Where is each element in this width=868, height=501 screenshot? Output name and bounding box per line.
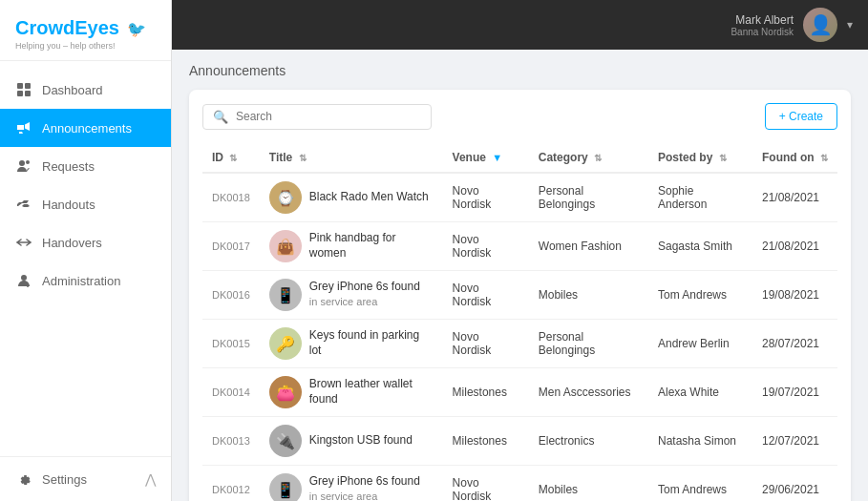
table-header: ID ⇅ Title ⇅ Venue ▼ Category: [202, 143, 837, 173]
handovers-icon: [15, 234, 32, 251]
page-title: Announcements: [189, 63, 851, 78]
cell-venue: Novo Nordisk: [443, 466, 529, 502]
settings-item[interactable]: Settings: [15, 470, 87, 488]
app-header: Mark Albert Banna Nordisk 👤 ▾: [172, 0, 868, 50]
cell-title: 🔑 Keys found in parking lot: [260, 320, 443, 368]
logo-crowd: Crowd: [15, 17, 74, 38]
main-area: Mark Albert Banna Nordisk 👤 ▾ Announceme…: [172, 0, 868, 501]
cell-id: DK0017: [202, 222, 260, 271]
title-sort-icon[interactable]: ⇅: [299, 153, 307, 163]
user-info: Mark Albert Banna Nordisk: [730, 13, 794, 37]
sidebar-item-announcements[interactable]: Announcements: [0, 109, 171, 147]
sidebar-label-dashboard: Dashboard: [42, 83, 103, 97]
foundon-sort-icon[interactable]: ⇅: [820, 153, 828, 163]
cell-id: DK0015: [202, 320, 260, 368]
user-subtitle: Banna Nordisk: [730, 27, 794, 37]
svg-rect-2: [17, 91, 23, 96]
cell-category: Mobiles: [529, 271, 648, 320]
sidebar-item-administration[interactable]: Administration: [0, 261, 171, 300]
sidebar-nav: Dashboard Announcements Requests Handout…: [0, 61, 171, 456]
cell-found-on: 19/08/2021: [752, 271, 837, 320]
cell-venue: Novo Nordisk: [443, 320, 529, 368]
settings-label: Settings: [42, 472, 87, 487]
cell-id: DK0016: [202, 271, 260, 320]
search-box: 🔍: [202, 104, 432, 130]
cell-id: DK0012: [202, 466, 260, 502]
table-row[interactable]: DK0016 📱 Grey iPhone 6s foundin service …: [202, 271, 837, 320]
logo-area: CrowdEyes 🐦 Helping you – help others!: [0, 0, 171, 61]
cell-found-on: 29/06/2021: [752, 466, 837, 502]
cell-category: Personal Belongings: [529, 320, 648, 368]
sidebar: CrowdEyes 🐦 Helping you – help others! D…: [0, 0, 172, 501]
sidebar-item-handovers[interactable]: Handovers: [0, 223, 171, 261]
svg-point-6: [21, 275, 27, 281]
create-button[interactable]: + Create: [765, 103, 837, 130]
cell-venue: Novo Nordisk: [443, 222, 529, 271]
cell-venue: Novo Nordisk: [443, 271, 529, 320]
administration-icon: [15, 272, 32, 289]
cell-id: DK0014: [202, 368, 260, 417]
svg-point-5: [26, 160, 30, 164]
user-name: Mark Albert: [730, 13, 794, 27]
cell-title: 👛 Brown leather wallet found: [260, 368, 443, 417]
toolbar: 🔍 + Create: [202, 103, 837, 130]
cell-venue: Novo Nordisk: [443, 173, 529, 222]
col-id: ID ⇅: [202, 143, 260, 173]
dashboard-icon: [15, 81, 32, 98]
sidebar-bottom: Settings ⋀: [0, 456, 171, 501]
cell-title: ⌚ Black Rado Men Watch: [260, 173, 443, 222]
table-row[interactable]: DK0012 📱 Grey iPhone 6s foundin service …: [202, 466, 837, 502]
cell-posted-by: Tom Andrews: [648, 271, 752, 320]
cell-title: 📱 Grey iPhone 6s foundin service area: [260, 466, 443, 502]
table-row[interactable]: DK0013 🔌 Kingston USB found Milestones E…: [202, 417, 837, 466]
cell-posted-by: Sagasta Smith: [648, 222, 752, 271]
cell-id: DK0018: [202, 173, 260, 222]
col-category: Category ⇅: [529, 143, 648, 173]
logo-bird-icon: 🐦: [127, 21, 146, 37]
sidebar-label-administration: Administration: [42, 274, 120, 288]
sidebar-item-dashboard[interactable]: Dashboard: [0, 71, 171, 109]
cell-category: Electronics: [529, 417, 648, 466]
cell-venue: Milestones: [443, 368, 529, 417]
user-menu-chevron[interactable]: ▾: [847, 18, 853, 31]
col-title: Title ⇅: [260, 143, 443, 173]
category-sort-icon[interactable]: ⇅: [594, 153, 602, 163]
postedby-sort-icon[interactable]: ⇅: [719, 153, 727, 163]
cell-category: Personal Belongings: [529, 173, 648, 222]
sidebar-label-handovers: Handovers: [42, 236, 102, 250]
cell-found-on: 12/07/2021: [752, 417, 837, 466]
cell-posted-by: Natasha Simon: [648, 417, 752, 466]
sidebar-label-announcements: Announcements: [42, 121, 132, 136]
table-row[interactable]: DK0015 🔑 Keys found in parking lot Novo …: [202, 320, 837, 368]
cell-category: Mobiles: [529, 466, 648, 502]
expand-icon[interactable]: ⋀: [145, 471, 156, 487]
cell-title: 📱 Grey iPhone 6s foundin service area: [260, 271, 443, 320]
search-input[interactable]: [236, 110, 421, 123]
cell-found-on: 28/07/2021: [752, 320, 837, 368]
logo-text: CrowdEyes 🐦: [15, 17, 156, 39]
table-row[interactable]: DK0017 👜 Pink handbag for women Novo Nor…: [202, 222, 837, 271]
table-row[interactable]: DK0018 ⌚ Black Rado Men Watch Novo Nordi…: [202, 173, 837, 222]
table-row[interactable]: DK0014 👛 Brown leather wallet found Mile…: [202, 368, 837, 417]
cell-posted-by: Tom Andrews: [648, 466, 752, 502]
col-posted-by: Posted by ⇅: [648, 143, 752, 173]
cell-posted-by: Alexa White: [648, 368, 752, 417]
cell-id: DK0013: [202, 417, 260, 466]
svg-rect-0: [17, 83, 23, 89]
cell-found-on: 21/08/2021: [752, 222, 837, 271]
sidebar-label-requests: Requests: [42, 159, 95, 174]
avatar[interactable]: 👤: [803, 8, 837, 42]
sidebar-item-requests[interactable]: Requests: [0, 147, 171, 185]
venue-filter-icon[interactable]: ▼: [492, 152, 502, 163]
cell-title: 👜 Pink handbag for women: [260, 222, 443, 271]
logo-subtitle: Helping you – help others!: [15, 41, 156, 51]
sidebar-item-handouts[interactable]: Handouts: [0, 185, 171, 223]
settings-icon: [15, 470, 32, 488]
announcements-table: ID ⇅ Title ⇅ Venue ▼ Category: [202, 143, 837, 501]
svg-point-4: [19, 160, 25, 166]
sidebar-label-handouts: Handouts: [42, 198, 95, 212]
requests-icon: [15, 157, 32, 175]
col-found-on: Found on ⇅: [752, 143, 837, 173]
page-content: Announcements 🔍 + Create ID ⇅: [172, 50, 868, 501]
id-sort-icon[interactable]: ⇅: [229, 153, 237, 163]
